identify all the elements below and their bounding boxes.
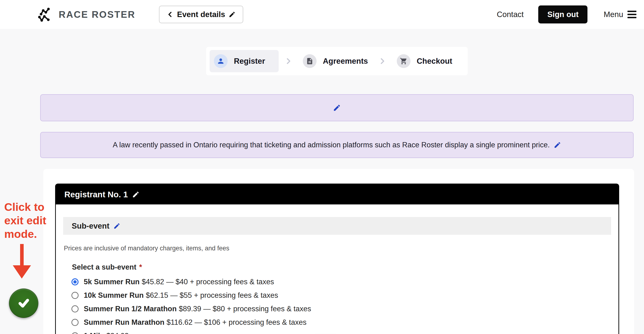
subevent-option-marathon[interactable]: Summer Run Marathon$116.62 — $106 + proc…	[72, 318, 618, 327]
race-roster-logo[interactable]: RACE ROSTER	[38, 7, 135, 22]
edit-pencil-icon[interactable]	[333, 104, 341, 112]
exit-edit-mode-button[interactable]	[9, 288, 38, 318]
subevent-title: Sub-event	[72, 222, 110, 231]
registration-page: RACE ROSTER Event details Contact Sign o…	[0, 0, 644, 334]
option-label: 10k Summer Run$62.15 — $55 + processing …	[84, 291, 278, 300]
required-asterisk: *	[139, 263, 142, 271]
radio-button[interactable]	[72, 292, 78, 299]
menu-label: Menu	[604, 10, 623, 19]
step-agreements-label: Agreements	[323, 57, 368, 66]
sign-out-button[interactable]: Sign out	[538, 6, 588, 24]
agreement-document-icon	[303, 54, 316, 68]
logo-mark-icon	[38, 7, 54, 22]
subevent-option-10k[interactable]: 10k Summer Run$62.15 — $55 + processing …	[72, 291, 618, 300]
subevent-option-1-mile[interactable]: 1 Mile$24.03	[72, 332, 618, 334]
logo-text: RACE ROSTER	[59, 9, 135, 20]
annotation-exit-edit-note: Click to exit edit mode.	[4, 200, 46, 241]
person-icon	[214, 54, 228, 68]
step-checkout[interactable]: Checkout	[392, 50, 457, 72]
law-notice-banner[interactable]: A law recently passed in Ontario requiri…	[40, 132, 634, 158]
registrant-title: Registrant No. 1	[64, 190, 128, 199]
event-details-label: Event details	[177, 10, 225, 19]
option-label: 1 Mile$24.03	[84, 332, 129, 334]
radio-button[interactable]	[72, 305, 78, 312]
registrant-card: Registrant No. 1 Sub-event Prices are in…	[55, 184, 619, 334]
option-label: Summer Run Marathon$116.62 — $106 + proc…	[84, 318, 306, 327]
registrant-card-header[interactable]: Registrant No. 1	[56, 184, 618, 204]
event-details-button[interactable]: Event details	[159, 6, 243, 23]
registration-form-panel: Registrant No. 1 Sub-event Prices are in…	[43, 169, 634, 334]
stepper-wrap: Register Agreements Checkout	[40, 47, 634, 75]
option-label: 5k Summer Run$45.82 — $40 + processing f…	[84, 278, 274, 286]
nav-right: Contact Sign out Menu	[497, 6, 638, 24]
step-register-label: Register	[234, 57, 265, 66]
edit-pencil-icon[interactable]	[113, 222, 120, 230]
chevron-right-icon	[284, 57, 292, 65]
radio-button[interactable]	[72, 319, 78, 326]
question-text: Select a sub-event	[72, 263, 136, 271]
subevent-section-header[interactable]: Sub-event	[63, 217, 611, 235]
law-notice-text: A law recently passed in Ontario requiri…	[112, 141, 550, 149]
chevron-right-icon	[378, 57, 386, 65]
edit-pencil-icon	[228, 11, 236, 18]
checkout-stepper: Register Agreements Checkout	[206, 47, 468, 75]
editable-banner-empty[interactable]	[40, 94, 634, 121]
step-checkout-label: Checkout	[417, 57, 452, 66]
radio-button[interactable]	[72, 332, 78, 334]
annotation-line: exit edit	[4, 214, 46, 227]
step-register[interactable]: Register	[210, 50, 279, 72]
annotation-arrow-icon	[11, 244, 34, 279]
option-label: Summer Run 1/2 Marathon$89.39 — $80 + pr…	[84, 305, 311, 313]
checkmark-icon	[16, 296, 31, 310]
hamburger-icon	[628, 11, 636, 18]
subevent-option-5k[interactable]: 5k Summer Run$45.82 — $40 + processing f…	[72, 278, 618, 286]
prices-note: Prices are inclusive of mandatory charge…	[64, 245, 618, 252]
step-agreements[interactable]: Agreements	[298, 50, 373, 72]
menu-button[interactable]: Menu	[602, 10, 638, 19]
cart-icon	[397, 54, 410, 68]
edit-pencil-icon[interactable]	[132, 191, 140, 198]
radio-button[interactable]	[72, 278, 78, 285]
subevent-options: 5k Summer Run$45.82 — $40 + processing f…	[72, 278, 618, 334]
annotation-line: mode.	[4, 227, 46, 241]
annotation-line: Click to	[4, 200, 46, 214]
contact-link[interactable]: Contact	[497, 10, 524, 19]
chevron-left-icon	[166, 11, 174, 18]
edit-pencil-icon[interactable]	[554, 141, 561, 149]
subevent-question-label: Select a sub-event*	[72, 263, 618, 271]
subevent-option-half-marathon[interactable]: Summer Run 1/2 Marathon$89.39 — $80 + pr…	[72, 305, 618, 313]
top-nav: RACE ROSTER Event details Contact Sign o…	[0, 0, 644, 29]
